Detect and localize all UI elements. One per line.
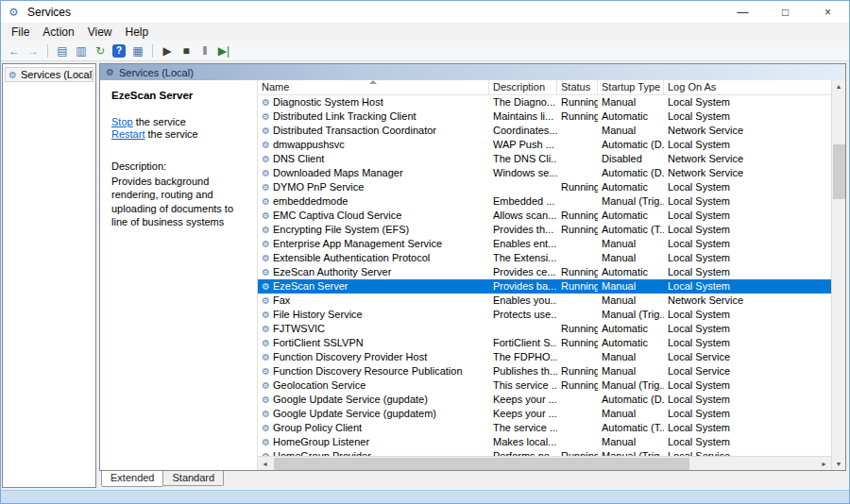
forward-icon[interactable]: → (25, 43, 42, 59)
service-startup-cell: Disabled (598, 152, 664, 166)
list-header: Name Description Status Startup Type Log… (258, 80, 831, 95)
service-logon-cell: Local System (664, 407, 734, 421)
menu-action[interactable]: Action (36, 24, 80, 41)
refresh-icon[interactable]: ↻ (92, 43, 109, 59)
service-status-cell: Running (557, 209, 598, 223)
column-header-name[interactable]: Name (258, 80, 489, 94)
service-logon-cell: Local System (664, 308, 734, 322)
service-logon-cell: Local System (664, 237, 734, 251)
service-row[interactable]: ⚙Distributed Transaction Coordinator Coo… (258, 124, 831, 138)
selected-service-title: EzeScan Server (111, 90, 249, 101)
service-logon-cell: Network Service (664, 124, 747, 138)
column-header-startup-type[interactable]: Startup Type (598, 80, 664, 94)
service-row[interactable]: ⚙EMC Captiva Cloud Service Allows scan..… (258, 209, 831, 223)
column-header-description[interactable]: Description (489, 80, 557, 94)
service-row[interactable]: ⚙Extensible Authentication Protocol The … (258, 251, 831, 265)
tab-extended[interactable]: Extended (101, 471, 163, 487)
service-row[interactable]: ⚙DYMO PnP Service Running Automatic Loca… (258, 180, 831, 194)
service-name-cell: ⚙Distributed Link Tracking Client (258, 109, 489, 124)
service-action-links: Stop the service Restart the service (111, 116, 249, 140)
menu-file[interactable]: File (5, 24, 36, 41)
services-list-view: Name Description Status Startup Type Log… (257, 80, 831, 470)
service-row[interactable]: ⚙FortiClient SSLVPN FortiClient S... Run… (258, 336, 831, 350)
column-header-status[interactable]: Status (557, 80, 598, 94)
pause-service-icon[interactable]: ‖ (196, 43, 213, 59)
service-row[interactable]: ⚙Enterprise App Management Service Enabl… (258, 237, 831, 251)
service-row[interactable]: ⚙HomeGroup Provider Performs ne... Runni… (258, 449, 831, 456)
stop-service-icon[interactable]: ■ (178, 43, 195, 59)
close-button[interactable]: × (807, 1, 849, 23)
service-description-cell: Performs ne... (489, 449, 557, 456)
service-logon-cell: Local Service (664, 364, 734, 378)
stop-service-link[interactable]: Stop (111, 116, 133, 127)
extended-info-pane: EzeScan Server Stop the service Restart … (100, 80, 257, 470)
properties-icon[interactable]: ▦ (129, 43, 146, 59)
service-row[interactable]: ⚙EzeScan Authority Server Provides ce...… (258, 265, 831, 279)
service-name-cell: ⚙FortiClient SSLVPN (258, 336, 489, 350)
service-status-cell: Running (557, 364, 598, 378)
service-row[interactable]: ⚙Google Update Service (gupdate) Keeps y… (258, 393, 831, 407)
pane-frame: ⚙ Services (Local) EzeScan Server Stop t… (99, 63, 846, 471)
scroll-left-icon[interactable]: ◄ (258, 461, 272, 467)
tree-item-services-local[interactable]: ⚙ Services (Local) (5, 67, 94, 82)
service-row[interactable]: ⚙Downloaded Maps Manager Windows se... A… (258, 166, 831, 180)
service-gear-icon: ⚙ (262, 182, 270, 193)
service-row[interactable]: ⚙FJTWSVIC Running Automatic Local System (258, 322, 831, 336)
service-row[interactable]: ⚙Group Policy Client The service ... Aut… (258, 421, 831, 435)
scroll-down-icon[interactable]: ▼ (832, 458, 846, 470)
service-name-cell: ⚙DYMO PnP Service (258, 180, 489, 194)
service-row[interactable]: ⚙Distributed Link Tracking Client Mainta… (258, 109, 831, 124)
service-row[interactable]: ⚙Function Discovery Provider Host The FD… (258, 350, 831, 364)
horizontal-scroll-thumb[interactable] (274, 458, 689, 470)
tab-standard[interactable]: Standard (162, 471, 224, 486)
service-startup-cell: Manual (598, 95, 664, 109)
scroll-right-icon[interactable]: ► (817, 461, 831, 467)
service-logon-cell: Local System (664, 180, 734, 194)
maximize-button[interactable]: □ (764, 1, 807, 23)
export-list-icon[interactable]: ▥ (73, 43, 90, 59)
toolbar-separator (152, 44, 153, 58)
service-row[interactable]: ⚙Fax Enables you... Manual Network Servi… (258, 294, 831, 308)
back-icon[interactable]: ← (6, 43, 23, 59)
service-startup-cell: Automatic (598, 209, 664, 223)
service-description: Provides background rendering, routing a… (111, 175, 249, 228)
service-gear-icon: ⚙ (262, 423, 270, 433)
help-icon[interactable]: ? (112, 44, 126, 58)
start-service-icon[interactable]: ▶ (159, 43, 176, 59)
service-row[interactable]: ⚙Geolocation Service This service ... Ru… (258, 378, 831, 393)
restart-service-link[interactable]: Restart (111, 128, 144, 140)
service-status-cell: Running (557, 109, 598, 124)
service-gear-icon: ⚙ (262, 210, 270, 221)
minimize-button[interactable]: — (722, 1, 764, 23)
service-gear-icon: ⚙ (262, 126, 270, 136)
restart-service-icon[interactable]: ▶| (215, 43, 232, 59)
menu-help[interactable]: Help (119, 24, 156, 41)
services-header-band: ⚙ Services (Local) (100, 64, 845, 80)
service-row[interactable]: ⚙File History Service Protects use... Ma… (258, 308, 831, 322)
column-header-log-on-as[interactable]: Log On As (664, 80, 831, 94)
service-description-cell: Coordinates... (489, 124, 557, 138)
service-description-cell: Embedded ... (489, 194, 557, 209)
service-name-cell: ⚙Enterprise App Management Service (258, 237, 489, 251)
service-row[interactable]: ⚙Encrypting File System (EFS) Provides t… (258, 223, 831, 237)
service-status-cell: Running (557, 378, 598, 393)
service-row[interactable]: ⚙Google Update Service (gupdatem) Keeps … (258, 407, 831, 421)
service-row[interactable]: ⚙dmwappushsvc WAP Push ... Automatic (D.… (258, 138, 831, 152)
service-row[interactable]: ⚙HomeGroup Listener Makes local... Manua… (258, 435, 831, 449)
service-name-cell: ⚙FJTWSVIC (258, 322, 489, 336)
menu-view[interactable]: View (81, 24, 119, 41)
vertical-scrollbar[interactable]: ▲ ▼ (831, 80, 845, 470)
services-window: ⚙ Services — □ × FileActionViewHelp ←→▤▥… (0, 0, 850, 504)
service-row[interactable]: ⚙DNS Client The DNS Cli... Disabled Netw… (258, 152, 831, 166)
horizontal-scrollbar[interactable]: ◄ ► (258, 456, 831, 470)
service-row[interactable]: ⚙embeddedmode Embedded ... Manual (Trig.… (258, 194, 831, 209)
service-row[interactable]: ⚙EzeScan Server Provides ba... Running M… (258, 279, 831, 294)
service-description-cell (489, 322, 557, 336)
service-logon-cell: Local System (664, 378, 734, 393)
service-description-cell: Enables you... (489, 294, 557, 308)
scroll-up-icon[interactable]: ▲ (832, 80, 846, 92)
service-row[interactable]: ⚙Function Discovery Resource Publication… (258, 364, 831, 378)
service-row[interactable]: ⚙Diagnostic System Host The Diagno... Ru… (258, 95, 831, 109)
show-hide-console-tree-icon[interactable]: ▤ (54, 43, 71, 59)
vertical-scroll-thumb[interactable] (833, 144, 845, 199)
